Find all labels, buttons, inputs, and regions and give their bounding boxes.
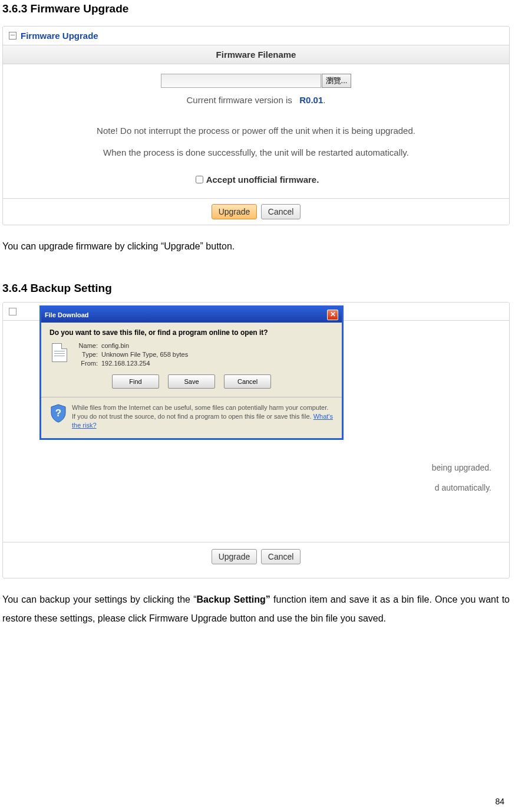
type-value: Unknown File Type, 658 bytes	[101, 351, 188, 358]
version-label: Current firmware version is	[187, 95, 292, 105]
file-icon	[52, 343, 67, 362]
version-value: R0.01	[299, 95, 323, 105]
restart-text: When the process is done successfully, t…	[15, 147, 497, 157]
panel-body: 瀏覽... Current firmware version is R0.01.…	[3, 64, 509, 199]
heading-firmware-upgrade: 3.6.3 Firmware Upgrade	[2, 2, 510, 15]
dialog-question: Do you want to save this file, or find a…	[49, 328, 334, 337]
dialog-title: File Download	[45, 311, 89, 318]
find-button[interactable]: Find	[112, 374, 159, 389]
panel-title: Firmware Upgrade	[21, 31, 98, 41]
panel-titlebar: Firmware Upgrade	[3, 27, 509, 45]
section-header: Firmware Filename	[3, 45, 509, 64]
heading-backup-setting: 3.6.4 Backup Setting	[2, 282, 510, 295]
dlg-cancel-button[interactable]: Cancel	[224, 374, 271, 389]
minimize-icon	[9, 32, 16, 40]
bg-cancel-button[interactable]: Cancel	[261, 549, 301, 564]
version-suffix: .	[323, 95, 325, 105]
accept-unofficial-label: Accept unofficial firmware.	[206, 175, 319, 185]
svg-text:?: ?	[55, 407, 61, 419]
note-text: Note! Do not interrupt the process or po…	[15, 126, 497, 136]
from-label: From:	[70, 360, 98, 367]
accept-unofficial-checkbox[interactable]	[196, 176, 203, 183]
backup-panel: being upgraded. d automatically. Upgrade…	[2, 302, 510, 578]
cancel-button[interactable]: Cancel	[261, 204, 301, 219]
file-download-dialog: File Download ✕ Do you want to save this…	[39, 305, 344, 440]
minimize-icon	[9, 308, 16, 315]
name-value: config.bin	[101, 342, 129, 349]
warning-text: While files from the Internet can be use…	[72, 404, 328, 420]
close-icon[interactable]: ✕	[327, 310, 338, 320]
upgrade-button[interactable]: Upgrade	[212, 204, 258, 219]
browse-button[interactable]: 瀏覽...	[322, 74, 352, 88]
name-label: Name:	[70, 342, 98, 349]
type-label: Type:	[70, 351, 98, 358]
page-number: 84	[495, 797, 504, 806]
background-text-upgraded: being upgraded.	[432, 463, 491, 472]
shield-icon: ?	[49, 403, 67, 423]
firmware-upgrade-panel: Firmware Upgrade Firmware Filename 瀏覽...…	[2, 26, 510, 225]
paragraph-upgrade-desc: You can upgrade firmware by clicking “Up…	[2, 237, 510, 256]
bg-upgrade-button[interactable]: Upgrade	[212, 549, 258, 564]
firmware-file-input[interactable]	[161, 74, 321, 88]
save-button[interactable]: Save	[168, 374, 215, 389]
background-text-auto: d automatically.	[435, 483, 491, 492]
from-value: 192.168.123.254	[101, 360, 150, 367]
paragraph-backup-desc: You can backup your settings by clicking…	[2, 590, 510, 628]
